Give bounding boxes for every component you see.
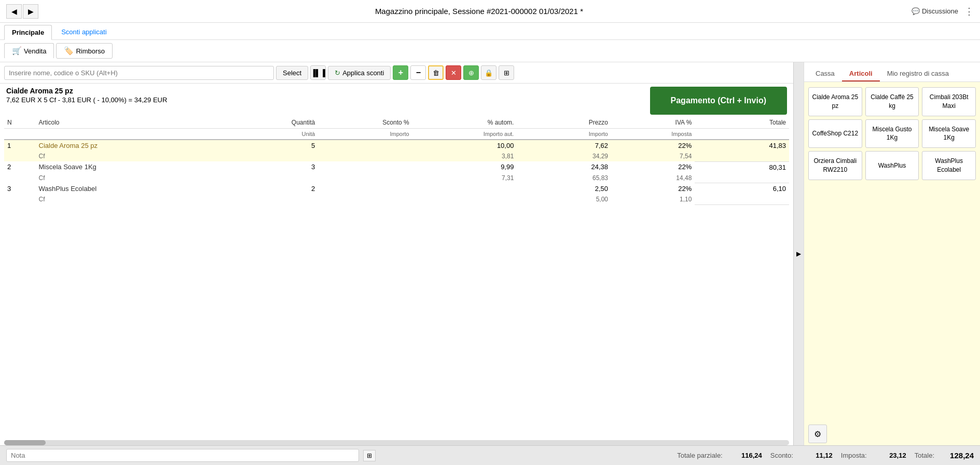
tab-rimborso[interactable]: 🏷️ Rimborso [56, 43, 113, 59]
page-title: Magazzino principale, Sessione #2021-000… [47, 7, 912, 16]
chat-icon: 💬 [912, 7, 920, 15]
cell-autom-0: 10,00 [412, 140, 517, 151]
articles-grid: Cialde Aroma 25 pzCialde Caffè 25 kgCimb… [804, 82, 980, 422]
article-button-6[interactable]: Orziera Cimbali RW2210 [808, 151, 862, 180]
cell-n-1: 2 [4, 161, 36, 173]
header: ◀ ▶ Magazzino principale, Sessione #2021… [0, 0, 980, 23]
header-actions: 💬 Discussione ⋮ [912, 6, 974, 17]
discussione-label: Discussione [922, 7, 958, 15]
cell-autom-2 [412, 183, 517, 195]
tab-articoli[interactable]: Articoli [842, 66, 880, 81]
col-header-autom: % autom. [412, 117, 517, 129]
table-row[interactable]: 1 Cialde Aroma 25 pz 5 10,00 7,62 22% 41… [4, 140, 789, 151]
sconto-label: Sconto: [770, 452, 793, 459]
cell-prezzo-0: 7,62 [517, 140, 611, 151]
trash-button[interactable]: 🗑 [428, 65, 444, 80]
refresh-icon: ↻ [335, 69, 340, 77]
settings-button[interactable]: ⚙ [808, 425, 827, 443]
nota-expand-button[interactable]: ⊞ [363, 450, 376, 461]
bottom-bar: ⊞ Totale parziale: 116,24 Sconto: 11,12 … [0, 445, 980, 465]
cell-totale-0: 41,83 [695, 140, 789, 151]
totale-parziale-label: Totale parziale: [677, 452, 722, 459]
article-button-5[interactable]: Miscela Soave 1Kg [922, 119, 976, 148]
tab-sconti-applicati[interactable]: Sconti applicati [54, 25, 114, 39]
add-line-button[interactable]: + [393, 65, 408, 80]
table-row-sub: Cf 5,00 1,10 [4, 194, 789, 204]
article-button-8[interactable]: WashPlus Ecolabel [922, 151, 976, 180]
close-icon: ✕ [451, 69, 457, 77]
nav-buttons: ◀ ▶ [6, 4, 38, 19]
tab-principale[interactable]: Principale [4, 25, 52, 40]
applica-sconti-label: Applica sconti [342, 69, 384, 77]
expand-icon: ⊞ [504, 69, 509, 77]
order-table-wrapper: N Articolo Quantità Sconto % % autom. Pr… [0, 117, 793, 438]
item-detail: 7,62 EUR X 5 Cf - 3,81 EUR ( - 10,00%) =… [6, 96, 167, 104]
right-panel-tabs: Cassa Articoli Mio registro di cassa [804, 62, 980, 82]
totale-label: Totale: [915, 452, 934, 459]
expand-button[interactable]: ⊞ [499, 65, 514, 80]
mode-tabs: 🛒 Vendita 🏷️ Rimborso [0, 40, 980, 62]
nota-input[interactable] [6, 449, 359, 462]
table-header-row: N Articolo Quantità Sconto % % autom. Pr… [4, 117, 789, 129]
discussione-button[interactable]: 💬 Discussione [912, 7, 958, 15]
tab-vendita[interactable]: 🛒 Vendita [4, 43, 54, 59]
table-subheader-row: Unità Importo Importo aut. Importo Impos… [4, 129, 789, 140]
toolbar: Select ▐▌▐ ↻ Applica sconti + − 🗑 ✕ ⊕ 🔒 [0, 62, 793, 84]
collapse-panel-button[interactable]: ▶ [793, 62, 804, 445]
info-payment-row: Cialde Aroma 25 pz 7,62 EUR X 5 Cf - 3,8… [0, 84, 793, 117]
nav-back-button[interactable]: ◀ [6, 4, 22, 19]
cell-sconto-2 [318, 183, 412, 195]
cell-sconto-1 [318, 161, 412, 173]
article-button-3[interactable]: CoffeShop C212 [808, 119, 862, 148]
tab-registro[interactable]: Mio registro di cassa [880, 66, 956, 81]
add-customer-button[interactable]: ⊕ [463, 65, 479, 80]
article-button-1[interactable]: Cialde Caffè 25 kg [865, 87, 919, 116]
cell-qty-2: 2 [224, 183, 319, 195]
article-button-0[interactable]: Cialde Aroma 25 pz [808, 87, 862, 116]
payment-button[interactable]: Pagamento (Ctrl + Invio) [650, 87, 787, 115]
table-row[interactable]: 2 Miscela Soave 1Kg 3 9,99 24,38 22% 80,… [4, 161, 789, 173]
article-button-4[interactable]: Miscela Gusto 1Kg [865, 119, 919, 148]
nav-forward-button[interactable]: ▶ [23, 4, 38, 19]
totale-parziale-value: 116,24 [731, 452, 762, 459]
article-button-2[interactable]: Cimbali 203Bt Maxi [922, 87, 976, 116]
select-button[interactable]: Select [276, 66, 308, 80]
tab-cassa[interactable]: Cassa [808, 66, 842, 81]
imposta-value: 23,12 [875, 452, 906, 459]
summary: Totale parziale: 116,24 Sconto: 11,12 Im… [677, 451, 974, 460]
main-content: Select ▐▌▐ ↻ Applica sconti + − 🗑 ✕ ⊕ 🔒 [0, 62, 980, 445]
cell-iva-0: 22% [611, 140, 695, 151]
barcode-icon: ▐▌▐ [311, 69, 325, 77]
col-header-prezzo: Prezzo [517, 117, 611, 129]
col-header-iva: IVA % [611, 117, 695, 129]
remove-line-button[interactable]: − [410, 65, 426, 80]
search-input[interactable] [4, 66, 274, 80]
tag-icon: 🏷️ [64, 46, 74, 56]
cell-qty-1: 3 [224, 161, 319, 173]
more-menu-button[interactable]: ⋮ [964, 6, 974, 17]
right-panel: Cassa Articoli Mio registro di cassa Cia… [804, 62, 980, 445]
selected-item-info: Cialde Aroma 25 pz 7,62 EUR X 5 Cf - 3,8… [6, 87, 167, 104]
lock-button[interactable]: 🔒 [481, 65, 496, 80]
cell-totale-2: 6,10 [695, 183, 789, 195]
barcode-button[interactable]: ▐▌▐ [310, 65, 326, 80]
trash-icon: 🗑 [433, 69, 439, 77]
article-button-7[interactable]: WashPlus [865, 151, 919, 180]
horizontal-scrollbar[interactable] [0, 438, 793, 445]
imposta-label: Imposta: [841, 452, 867, 459]
cart-icon: 🛒 [12, 46, 22, 56]
cell-iva-1: 22% [611, 161, 695, 173]
cell-sconto-0 [318, 140, 412, 151]
left-panel: Select ▐▌▐ ↻ Applica sconti + − 🗑 ✕ ⊕ 🔒 [0, 62, 793, 445]
cell-n-2: 3 [4, 183, 36, 195]
cell-prezzo-1: 24,38 [517, 161, 611, 173]
applica-sconti-button[interactable]: ↻ Applica sconti [328, 66, 391, 80]
col-header-totale: Totale [695, 117, 789, 129]
close-order-button[interactable]: ✕ [446, 65, 461, 80]
col-header-articolo: Articolo [36, 117, 224, 129]
totale-value: 128,24 [943, 451, 974, 460]
main-tabs: Principale Sconti applicati [0, 23, 980, 40]
table-row-sub: Cf 7,31 65,83 14,48 [4, 173, 789, 183]
cell-totale-1: 80,31 [695, 161, 789, 173]
table-row[interactable]: 3 WashPlus Ecolabel 2 2,50 22% 6,10 [4, 183, 789, 195]
